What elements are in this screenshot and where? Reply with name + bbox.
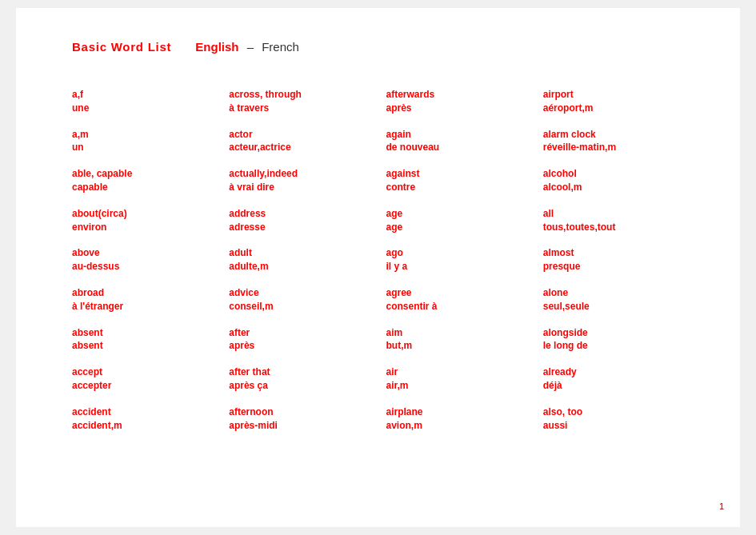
list-item: accidentaccident,m [72,399,229,439]
word-english: accept [72,365,229,379]
word-english: all [543,207,700,221]
list-item: alarm clockréveille-matin,m [543,122,700,162]
word-grid: a,funeacross, throughà traversafterwards… [72,82,700,438]
english-label: English [195,40,238,54]
word-english: after that [229,365,386,379]
word-french: après ça [229,379,386,393]
list-item: a,fune [72,82,229,122]
list-item: aloneseul,seule [543,280,700,320]
list-item: alongsidele long de [543,320,700,360]
word-french: alcool,m [543,181,700,194]
word-english: adult [229,246,386,260]
word-french: environ [72,221,229,234]
list-item: agreeconsentir à [386,280,543,320]
word-french: après-midi [229,419,386,433]
word-english: against [386,167,543,181]
word-english: age [386,207,543,221]
word-english: alarm clock [543,128,700,142]
word-french: réveille-matin,m [543,141,700,154]
word-english: after [229,326,386,340]
page: Basic Word List English – French a,funea… [16,8,740,527]
word-english: alcohol [543,167,700,181]
list-item: againde nouveau [386,122,543,162]
list-item: actoracteur,actrice [229,122,386,162]
list-item: afternoonaprès-midi [229,399,386,439]
list-item: across, throughà travers [229,82,386,122]
list-item: also, tooaussi [543,399,700,439]
word-french: le long de [543,339,700,353]
word-english: almost [543,246,700,260]
word-french: seul,seule [543,300,700,313]
word-french: age [386,221,543,234]
word-french: adulte,m [229,260,386,273]
list-item: about(circa)environ [72,201,229,241]
list-item: ageage [386,201,543,241]
word-english: across, through [229,88,386,102]
list-item: a,mun [72,122,229,162]
list-item: airportaéroport,m [543,82,700,122]
list-item: aboveau-dessus [72,240,229,280]
word-french: absent [72,339,229,353]
word-english: airport [543,88,700,102]
list-item: adultadulte,m [229,240,386,280]
word-french: consentir à [386,300,543,313]
word-english: afterwards [386,88,543,102]
word-french: capable [72,181,229,194]
list-item: addressadresse [229,201,386,241]
word-english: above [72,246,229,260]
word-french: tous,toutes,tout [543,221,700,234]
word-french: il y a [386,260,543,273]
word-english: alone [543,286,700,300]
word-french: aussi [543,419,700,433]
list-item: airair,m [386,359,543,399]
word-french: à vrai dire [229,181,386,194]
list-item: actually,indeedà vrai dire [229,161,386,201]
word-english: advice [229,286,386,300]
header: Basic Word List English – French [72,40,700,54]
list-item: absentabsent [72,320,229,360]
word-french: presque [543,260,700,273]
word-french: après [229,339,386,353]
word-french: à l'étranger [72,300,229,313]
word-french: air,m [386,379,543,393]
word-french: but,m [386,339,543,353]
word-english: about(circa) [72,207,229,221]
list-item: abroadà l'étranger [72,280,229,320]
word-french: à travers [229,102,386,115]
language-label: English – French [195,40,299,54]
word-french: conseil,m [229,300,386,313]
word-english: address [229,207,386,221]
word-english: already [543,365,700,379]
list-item: aimbut,m [386,320,543,360]
word-english: also, too [543,405,700,419]
word-french: de nouveau [386,141,543,154]
word-english: accident [72,405,229,419]
word-english: air [386,365,543,379]
word-french: avion,m [386,419,543,433]
list-item: alcoholalcool,m [543,161,700,201]
word-english: abroad [72,286,229,300]
word-french: adresse [229,221,386,234]
word-english: ago [386,246,543,260]
word-french: aéroport,m [543,102,700,115]
word-english: afternoon [229,405,386,419]
list-item: alreadydéjà [543,359,700,399]
list-item: afterwardsaprès [386,82,543,122]
list-item: adviceconseil,m [229,280,386,320]
list-item: agoil y a [386,240,543,280]
word-french: un [72,141,229,154]
page-title: Basic Word List [72,40,171,54]
word-french: contre [386,181,543,194]
list-item: airplaneavion,m [386,399,543,439]
word-english: aim [386,326,543,340]
list-item: acceptaccepter [72,359,229,399]
french-label: French [262,40,299,54]
word-french: déjà [543,379,700,393]
list-item: afteraprès [229,320,386,360]
word-french: au-dessus [72,260,229,273]
word-english: absent [72,326,229,340]
word-english: able, capable [72,167,229,181]
word-french: une [72,102,229,115]
dash-separator: – [247,40,254,54]
list-item: againstcontre [386,161,543,201]
